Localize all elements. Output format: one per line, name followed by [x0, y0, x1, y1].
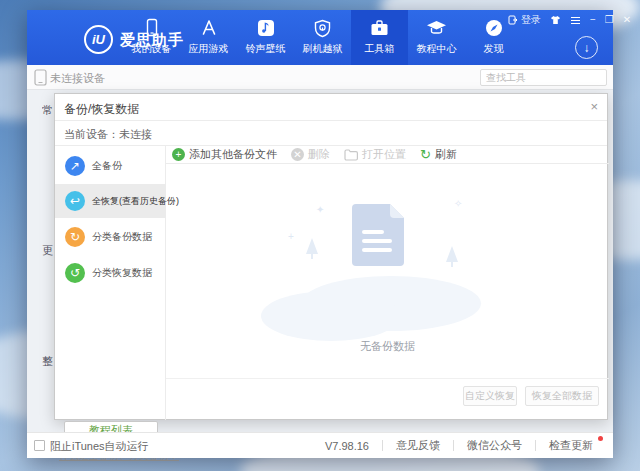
add-backup-file-label: 添加其他备份文件 — [189, 147, 277, 162]
check-update-label: 检查更新 — [549, 439, 593, 451]
folder-icon — [344, 149, 358, 161]
nav-tutorial-center[interactable]: 教程中心 — [408, 10, 465, 65]
graduation-cap-icon — [426, 17, 447, 39]
open-location-button[interactable]: 打开位置 — [344, 147, 406, 162]
device-status-text: 未连接设备 — [50, 71, 105, 86]
add-backup-file-button[interactable]: + 添加其他备份文件 — [172, 147, 277, 162]
block-itunes-checkbox[interactable] — [34, 440, 45, 451]
nav-ringtones-wallpapers[interactable]: 铃声壁纸 — [237, 10, 294, 65]
full-backup-icon: ↗ — [65, 156, 85, 176]
category-backup-icon: ↻ — [65, 227, 85, 247]
minimize-button[interactable]: − — [590, 15, 596, 25]
nav-label: 发现 — [484, 42, 504, 56]
login-button[interactable]: 登录 — [508, 13, 541, 27]
background-text-fragment: 更 — [42, 243, 53, 258]
nav-label: 应用游戏 — [189, 42, 229, 56]
open-location-label: 打开位置 — [362, 147, 406, 162]
custom-restore-button[interactable]: 自定义恢复 — [463, 386, 517, 406]
tree-decoration — [306, 238, 318, 254]
hill-decoration — [261, 291, 401, 341]
sparkle-decoration: ✦ — [316, 204, 324, 215]
refresh-icon: ↻ — [420, 148, 431, 161]
phone-icon — [34, 69, 47, 86]
main-nav: 我的设备 应用游戏 铃声壁纸 刷机越狱 工具箱 教程中心 发现 — [123, 10, 522, 65]
background-text-fragment: 整 — [42, 354, 53, 369]
full-restore-icon: ↩ — [65, 191, 85, 211]
sidebar-item-label: 全备份 — [92, 159, 122, 173]
menu-button[interactable] — [570, 16, 581, 25]
current-device-value: 未连接 — [119, 128, 152, 140]
dialog-title-bar: 备份/恢复数据 × — [55, 94, 607, 121]
status-bar-right: V7.98.16 意见反馈 微信公众号 检查更新 — [312, 433, 606, 458]
skin-button[interactable] — [550, 15, 561, 25]
nav-my-device[interactable]: 我的设备 — [123, 10, 180, 65]
delete-backup-button[interactable]: ✕ 删除 — [291, 147, 330, 162]
category-restore-icon: ↺ — [65, 263, 85, 283]
backup-restore-dialog: 备份/恢复数据 × 当前设备：未连接 ↗ 全备份 ↩ 全恢复(查看历史备份) ↻… — [54, 93, 608, 420]
toolbox-icon — [370, 17, 389, 39]
sidebar-item-full-backup[interactable]: ↗ 全备份 — [55, 149, 166, 183]
nav-flash-jailbreak[interactable]: 刷机越狱 — [294, 10, 351, 65]
nav-label: 教程中心 — [417, 42, 457, 56]
sparkle-decoration: ✧ — [454, 198, 462, 209]
tool-search-box[interactable] — [480, 69, 607, 86]
compass-icon — [485, 17, 503, 39]
shirt-icon — [550, 15, 561, 25]
refresh-label: 刷新 — [435, 147, 457, 162]
sidebar-item-full-restore[interactable]: ↩ 全恢复(查看历史备份) — [55, 184, 166, 218]
down-arrow-icon: ↓ — [584, 41, 590, 55]
check-update-link[interactable]: 检查更新 — [536, 438, 606, 453]
tree-decoration — [446, 246, 458, 262]
dialog-footer-divider — [166, 378, 609, 379]
empty-state: ✦ ✧ + 无备份数据 — [166, 176, 609, 366]
sidebar-item-category-backup[interactable]: ↻ 分类备份数据 — [55, 220, 166, 254]
sidebar-item-label: 分类恢复数据 — [92, 266, 152, 280]
refresh-button[interactable]: ↻ 刷新 — [420, 147, 457, 162]
music-icon — [257, 17, 275, 39]
background-text-fragment: 常 — [42, 103, 53, 118]
tool-search-input[interactable] — [481, 72, 623, 83]
block-itunes-label: 阻止iTunes自动运行 — [50, 439, 149, 454]
backup-toolbar: + 添加其他备份文件 ✕ 删除 打开位置 ↻ 刷新 — [166, 146, 609, 164]
status-bar: 阻止iTunes自动运行 V7.98.16 意见反馈 微信公众号 检查更新 — [27, 432, 613, 458]
wechat-link[interactable]: 微信公众号 — [454, 438, 535, 453]
app-logo-icon: iU — [84, 25, 113, 54]
version-text: V7.98.16 — [312, 440, 382, 452]
login-label: 登录 — [521, 13, 541, 27]
current-device-row: 当前设备：未连接 — [55, 121, 607, 146]
sidebar-item-label: 分类备份数据 — [92, 230, 152, 244]
maximize-button[interactable]: ❐ — [605, 15, 614, 25]
update-notification-dot — [598, 436, 603, 441]
nav-label: 我的设备 — [132, 42, 172, 56]
feedback-link[interactable]: 意见反馈 — [383, 438, 453, 453]
delete-backup-label: 删除 — [308, 147, 330, 162]
nav-apps-games[interactable]: 应用游戏 — [180, 10, 237, 65]
download-manager-button[interactable]: ↓ — [575, 36, 598, 59]
nav-label: 工具箱 — [365, 42, 395, 56]
tree-decoration — [451, 262, 453, 267]
plus-icon: + — [172, 148, 185, 161]
dialog-sidebar: ↗ 全备份 ↩ 全恢复(查看历史备份) ↻ 分类备份数据 ↺ 分类恢复数据 教程… — [55, 146, 166, 420]
dialog-close-button[interactable]: × — [590, 99, 598, 114]
tree-decoration — [311, 254, 313, 259]
restore-all-button[interactable]: 恢复全部数据 — [525, 386, 599, 406]
sparkle-decoration: + — [288, 231, 294, 242]
login-icon — [508, 15, 518, 25]
empty-state-text: 无备份数据 — [166, 339, 609, 354]
nav-toolbox[interactable]: 工具箱 — [351, 10, 408, 65]
document-icon — [352, 204, 404, 266]
dialog-title: 备份/恢复数据 — [64, 101, 139, 118]
appstore-icon — [199, 17, 219, 39]
shield-icon — [314, 17, 331, 39]
close-window-button[interactable]: ✕ — [623, 15, 631, 25]
delete-icon: ✕ — [291, 148, 304, 161]
nav-label: 刷机越狱 — [303, 42, 343, 56]
sidebar-item-category-restore[interactable]: ↺ 分类恢复数据 — [55, 256, 166, 290]
phone-icon — [144, 17, 160, 39]
window-controls: 登录 − ❐ ✕ — [508, 13, 631, 27]
current-device-label: 当前设备： — [64, 128, 119, 140]
nav-label: 铃声壁纸 — [246, 42, 286, 56]
menu-icon — [570, 16, 581, 25]
